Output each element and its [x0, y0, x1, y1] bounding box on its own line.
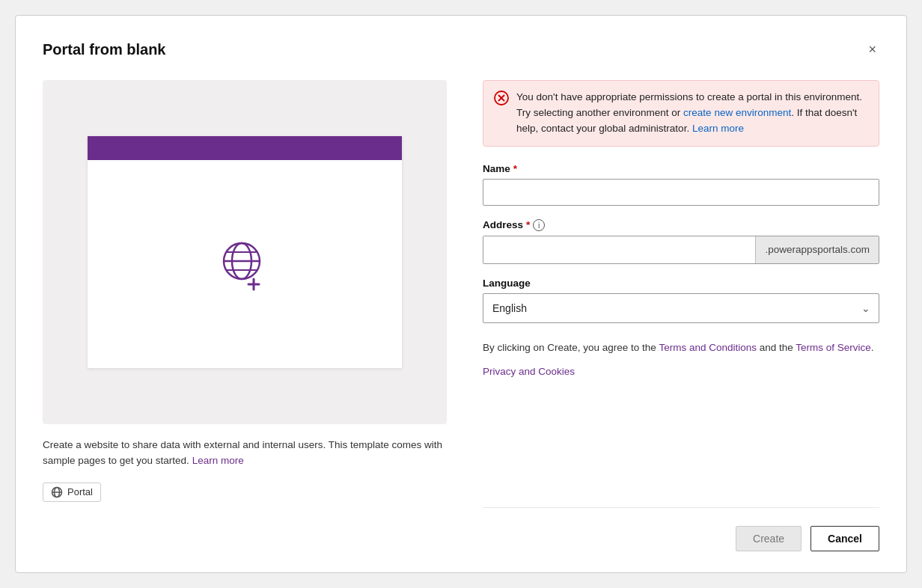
create-button[interactable]: Create: [736, 526, 802, 551]
address-input[interactable]: [483, 236, 755, 263]
language-field-group: Language English French German Spanish J…: [483, 278, 879, 323]
terms-text: By clicking on Create, you agree to the …: [483, 340, 879, 356]
dialog-body: Create a website to share data with exte…: [43, 80, 879, 551]
address-suffix: .powerappsportals.com: [755, 236, 879, 263]
name-field-group: Name *: [483, 163, 879, 206]
preview-box: [43, 80, 447, 424]
create-new-environment-link[interactable]: create new environment: [683, 107, 791, 118]
name-label: Name *: [483, 163, 879, 174]
address-required-star: *: [526, 219, 530, 230]
error-text: You don't have appropriate permissions t…: [516, 90, 868, 137]
error-circle-icon: [494, 91, 509, 137]
preview-inner: [88, 136, 402, 368]
address-label: Address * i: [483, 219, 879, 231]
privacy-cookies-link[interactable]: Privacy and Cookies: [483, 366, 879, 377]
tag-row: Portal: [43, 483, 447, 502]
dialog-footer: Create Cancel: [483, 507, 879, 551]
globe-tag-icon: [51, 486, 63, 498]
tag-badge: Portal: [43, 483, 101, 502]
error-learn-more-link[interactable]: Learn more: [692, 123, 744, 134]
preview-content: [88, 160, 402, 368]
left-learn-more-link[interactable]: Learn more: [192, 455, 244, 466]
language-select[interactable]: English French German Spanish Japanese C…: [483, 293, 879, 323]
address-field-group: Address * i .powerappsportals.com: [483, 219, 879, 264]
terms-service-link[interactable]: Terms of Service: [796, 342, 871, 353]
left-panel: Create a website to share data with exte…: [43, 80, 447, 551]
name-input[interactable]: [483, 179, 879, 206]
terms-conditions-link[interactable]: Terms and Conditions: [659, 342, 757, 353]
preview-topbar: [88, 136, 402, 160]
name-required-star: *: [513, 163, 517, 174]
address-row: .powerappsportals.com: [483, 236, 879, 264]
portal-from-blank-dialog: Portal from blank ×: [15, 15, 907, 573]
right-panel: You don't have appropriate permissions t…: [483, 80, 879, 551]
tag-label: Portal: [67, 486, 93, 497]
close-button[interactable]: ×: [865, 40, 879, 59]
language-label: Language: [483, 278, 879, 289]
description-text: Create a website to share data with exte…: [43, 438, 447, 469]
address-info-icon: i: [533, 219, 545, 231]
language-select-wrapper: English French German Spanish Japanese C…: [483, 293, 879, 323]
cancel-button[interactable]: Cancel: [810, 526, 879, 551]
dialog-header: Portal from blank ×: [43, 40, 879, 59]
error-banner: You don't have appropriate permissions t…: [483, 80, 879, 147]
globe-plus-icon: [219, 237, 270, 291]
dialog-title: Portal from blank: [43, 41, 165, 58]
